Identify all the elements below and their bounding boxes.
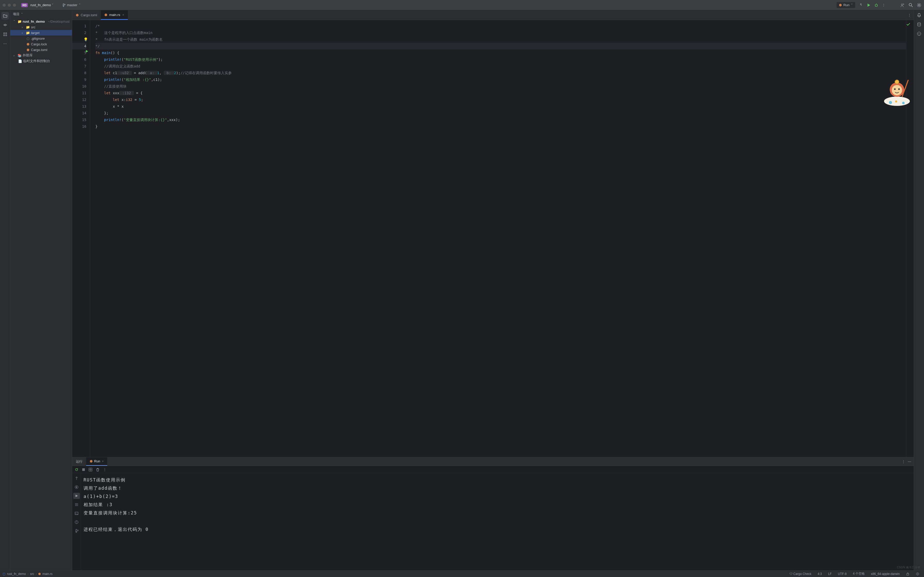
code-line[interactable]: /* [95, 23, 906, 29]
intention-bulb-icon[interactable]: 💡 [84, 36, 88, 43]
minimize-tool-window-icon[interactable]: — [908, 459, 911, 463]
line-number[interactable]: 13 [72, 103, 86, 110]
code-line[interactable]: let c1 :u32 = add( a: 1, b: 2);//记得在调用函数… [95, 69, 906, 76]
breadcrumb[interactable]: ▢ rust_fn_demo › src › ⬢ main.rs [3, 572, 53, 576]
line-number[interactable]: 16 [72, 123, 86, 130]
console-icon[interactable] [74, 510, 79, 516]
close-icon[interactable]: × [102, 459, 104, 463]
file-encoding[interactable]: UTF-8 [836, 572, 849, 576]
line-number[interactable]: 7 [72, 63, 86, 69]
code-area[interactable]: /** 这个是程序的入口点函数main* fn表示这是一个函数 main为函数名… [90, 20, 906, 457]
code-line[interactable]: */ [95, 43, 906, 50]
line-number[interactable]: 1 [72, 23, 86, 29]
code-line[interactable]: println!("变量直接调用块计算:{}",xxx); [95, 116, 906, 123]
tree-row-root[interactable]: ˅ 📁 rust_fn_demo ~/Desktop/rust [10, 19, 72, 24]
tree-row-scratches[interactable]: 📄 临时文件和控制台 [10, 58, 72, 64]
stop-icon[interactable] [82, 468, 85, 471]
cargo-check-widget[interactable]: 🛡 Cargo Check [787, 572, 813, 576]
tree-row[interactable]: › 📁 target [10, 30, 72, 35]
tree-row[interactable]: ⬢ Cargo.toml [10, 47, 72, 53]
close-icon[interactable]: × [122, 13, 124, 17]
code-line[interactable]: let x:i32 = 5; [95, 96, 906, 103]
line-number[interactable]: 5 [72, 50, 86, 56]
tree-row-label: target [31, 31, 39, 35]
notifications-icon[interactable] [916, 12, 922, 19]
run-button[interactable] [866, 3, 871, 7]
settings-icon[interactable] [917, 3, 921, 8]
code-line[interactable]: println!("RUST函数使用示例"); [95, 56, 906, 63]
code-line[interactable]: println!("相加结果 :{}",c1); [95, 76, 906, 83]
ai-assistant-icon[interactable] [916, 31, 922, 37]
delete-icon[interactable] [96, 468, 100, 471]
line-number[interactable]: 6 [72, 56, 86, 63]
run-play-icon[interactable] [73, 493, 80, 499]
more-actions-icon[interactable]: ⋮ [882, 3, 885, 7]
code-line[interactable]: * fn表示这是一个函数 main为函数名 [95, 36, 906, 43]
database-icon[interactable] [916, 21, 922, 28]
line-number[interactable]: 10 [72, 83, 86, 90]
run-gutter-icon[interactable] [85, 50, 89, 53]
line-number[interactable]: 14 [72, 110, 86, 116]
search-icon[interactable] [908, 3, 913, 8]
tool-window-options-icon[interactable]: ⋮ [902, 459, 905, 463]
line-number[interactable]: 💡3 [72, 36, 86, 43]
line-number[interactable]: 11 [72, 90, 86, 96]
editor-tabs-more-icon[interactable]: ⋮ [905, 10, 914, 20]
line-number[interactable]: 15 [72, 116, 86, 123]
commit-tool-button[interactable] [1, 21, 9, 29]
soft-wrap-icon[interactable] [74, 501, 79, 508]
project-tree[interactable]: ˅ 📁 rust_fn_demo ~/Desktop/rust › 📁 src … [10, 18, 72, 64]
code-with-me-icon[interactable] [900, 3, 905, 8]
line-number[interactable]: 9 [72, 76, 86, 83]
scroll-to-end-icon[interactable] [74, 484, 79, 490]
line-number[interactable]: 2 [72, 29, 86, 36]
editor[interactable]: 12💡345678910111213141516 /** 这个是程序的入口点函数… [72, 20, 914, 457]
run-config-selector[interactable]: ⬢ Run ˅ [837, 2, 855, 8]
layout-icon[interactable] [89, 468, 92, 471]
tree-row[interactable]: ⬢ Cargo.lock [10, 41, 72, 47]
run-tool-label[interactable]: 运行 [72, 457, 86, 466]
target-widget[interactable]: x86_64-apple-darwin [869, 572, 902, 576]
tree-row-extlibs[interactable]: › 📚 外部库 [10, 53, 72, 58]
line-number[interactable]: 4 [72, 43, 86, 50]
tree-row[interactable]: › 📁 src [10, 24, 72, 30]
project-tool-button[interactable] [1, 12, 9, 19]
gutter[interactable]: 12💡345678910111213141516 [72, 20, 90, 457]
run-config-tab[interactable]: ⬢ Run × [86, 457, 107, 466]
filter-icon[interactable] [74, 475, 79, 482]
editor-tab[interactable]: ⬢ Cargo.toml [72, 10, 101, 20]
warning-icon[interactable] [74, 519, 79, 525]
vcs-branch[interactable]: master ˅ [62, 3, 81, 7]
code-line[interactable]: let xxx :i32 = { [95, 90, 906, 96]
line-number[interactable]: 12 [72, 96, 86, 103]
indent-widget[interactable]: 4 个空格 [851, 572, 867, 576]
minimize-window[interactable] [8, 3, 11, 7]
code-line[interactable]: x * x [95, 103, 906, 110]
power-save-icon[interactable] [914, 572, 921, 576]
code-line[interactable]: } [95, 123, 906, 130]
zoom-window[interactable] [13, 3, 16, 7]
code-line[interactable]: //调用自定义函数add [95, 63, 906, 69]
more-tool-button[interactable]: ⋯ [1, 40, 9, 47]
editor-tab[interactable]: ⬢ main.rs× [101, 10, 128, 20]
lock-icon[interactable] [904, 572, 912, 576]
window-traffic-lights[interactable] [3, 3, 16, 7]
console-output[interactable]: RUST函数使用示例 调用了add函数！ a(1)+b(2)=3 相加结果 :3… [81, 473, 914, 570]
debug-button[interactable] [874, 3, 878, 7]
project-pane-header[interactable]: 项目 ˅ [10, 10, 72, 18]
code-line[interactable]: //直接使用块 [95, 83, 906, 90]
rerun-icon[interactable] [75, 468, 78, 471]
more-icon[interactable]: ⋮ [103, 467, 107, 471]
line-separator[interactable]: LF [826, 572, 834, 576]
code-line[interactable]: }; [95, 110, 906, 116]
project-name-dropdown[interactable]: rust_fn_demo ˅ [31, 3, 53, 7]
git-icon[interactable] [74, 528, 79, 534]
close-window[interactable] [3, 3, 6, 7]
code-line[interactable]: fn main() { [95, 50, 906, 56]
tree-row[interactable]: ◌ .gitignore [10, 35, 72, 41]
update-project-icon[interactable] [859, 3, 863, 7]
caret-position[interactable]: 4:3 [816, 572, 824, 576]
line-number[interactable]: 8 [72, 69, 86, 76]
code-line[interactable]: * 这个是程序的入口点函数main [95, 29, 906, 36]
structure-tool-button[interactable] [1, 31, 9, 38]
